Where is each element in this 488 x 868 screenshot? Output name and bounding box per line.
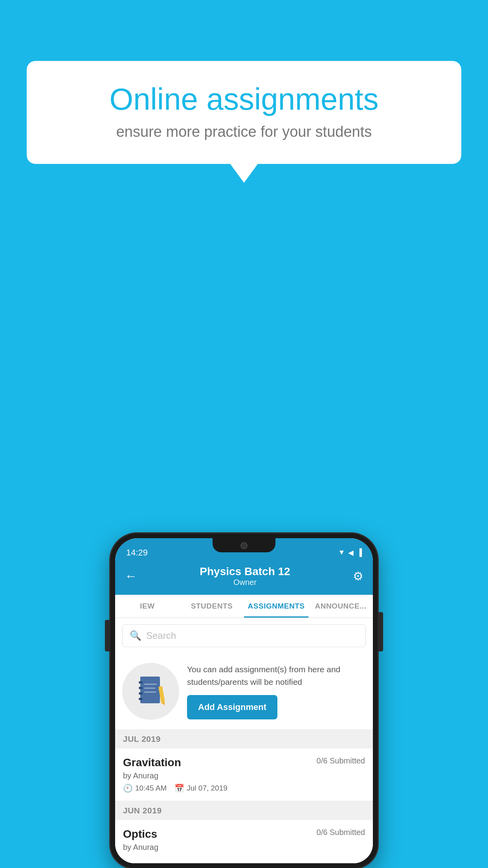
svg-rect-5: [144, 684, 157, 685]
assignment-item-header-optics: Optics 0/6 Submitted: [123, 828, 365, 840]
header-title: Physics Batch 12: [137, 565, 353, 578]
assignment-item-header: Gravitation 0/6 Submitted: [123, 756, 365, 769]
clock-icon: 🕙: [123, 783, 133, 793]
svg-rect-6: [144, 688, 155, 689]
assignment-meta-gravitation: 🕙 10:45 AM 📅 Jul 07, 2019: [123, 783, 365, 793]
assignment-item-gravitation[interactable]: Gravitation 0/6 Submitted by Anurag 🕙 10…: [115, 748, 373, 801]
notebook-svg-icon: [137, 675, 165, 708]
bubble-title: Online assignments: [52, 83, 436, 116]
search-bar[interactable]: 🔍 Search: [122, 624, 366, 647]
signal-icon: ◀: [348, 548, 354, 557]
search-icon: 🔍: [130, 630, 141, 641]
header-center: Physics Batch 12 Owner: [137, 565, 353, 587]
svg-rect-1: [139, 681, 143, 684]
speech-bubble: Online assignments ensure more practice …: [27, 61, 461, 164]
calendar-icon: 📅: [174, 783, 184, 793]
header-subtitle: Owner: [137, 578, 353, 587]
tab-announcements[interactable]: ANNOUNCE...: [308, 595, 373, 618]
tabs-bar: IEW STUDENTS ASSIGNMENTS ANNOUNCE...: [115, 595, 373, 618]
svg-rect-3: [139, 692, 143, 695]
assignment-submitted-gravitation: 0/6 Submitted: [317, 756, 365, 765]
assignment-name-gravitation: Gravitation: [123, 756, 181, 769]
assignment-submitted-optics: 0/6 Submitted: [317, 828, 365, 837]
assignment-time-gravitation: 🕙 10:45 AM: [123, 783, 167, 793]
search-placeholder: Search: [146, 630, 176, 641]
assignment-date-gravitation: 📅 Jul 07, 2019: [174, 783, 227, 793]
app-header: ← Physics Batch 12 Owner ⚙: [115, 560, 373, 595]
assignment-name-optics: Optics: [123, 828, 157, 840]
month-jun-2019: JUN 2019: [115, 801, 373, 820]
tab-students[interactable]: STUDENTS: [180, 595, 244, 618]
svg-rect-7: [144, 691, 156, 693]
phone-notch: [213, 538, 275, 552]
assignment-by-gravitation: by Anurag: [123, 771, 365, 780]
svg-rect-2: [139, 687, 143, 689]
phone-outer: 14:29 ▼ ◀ ▐ ← Physics Batch 12 Owner ⚙ I…: [110, 533, 378, 868]
svg-marker-9: [163, 702, 165, 706]
settings-button[interactable]: ⚙: [353, 569, 363, 583]
tab-iew[interactable]: IEW: [115, 595, 180, 618]
month-jul-2019: JUL 2019: [115, 730, 373, 748]
search-container: 🔍 Search: [115, 618, 373, 653]
status-icons: ▼ ◀ ▐: [338, 548, 362, 557]
bubble-subtitle: ensure more practice for your students: [52, 123, 436, 140]
add-assignment-button[interactable]: Add Assignment: [187, 695, 277, 719]
phone-wrapper: 14:29 ▼ ◀ ▐ ← Physics Batch 12 Owner ⚙ I…: [110, 533, 378, 868]
info-section: You can add assignment(s) from here and …: [115, 653, 373, 730]
assignment-by-optics: by Anurag: [123, 843, 365, 852]
tab-assignments[interactable]: ASSIGNMENTS: [244, 595, 308, 618]
content-area: 🔍 Search: [115, 618, 373, 863]
assignment-icon-circle: [122, 663, 179, 720]
status-time: 14:29: [126, 548, 148, 558]
back-button[interactable]: ←: [125, 569, 137, 583]
assignment-item-optics[interactable]: Optics 0/6 Submitted by Anurag: [115, 820, 373, 863]
wifi-icon: ▼: [338, 548, 345, 557]
svg-rect-4: [139, 698, 143, 700]
battery-icon: ▐: [357, 548, 362, 557]
camera-notch: [240, 542, 248, 549]
info-right: You can add assignment(s) from here and …: [187, 663, 366, 719]
speech-bubble-area: Online assignments ensure more practice …: [27, 61, 461, 164]
svg-rect-0: [140, 677, 160, 703]
phone-screen: 14:29 ▼ ◀ ▐ ← Physics Batch 12 Owner ⚙ I…: [115, 538, 373, 863]
info-description: You can add assignment(s) from here and …: [187, 663, 366, 688]
